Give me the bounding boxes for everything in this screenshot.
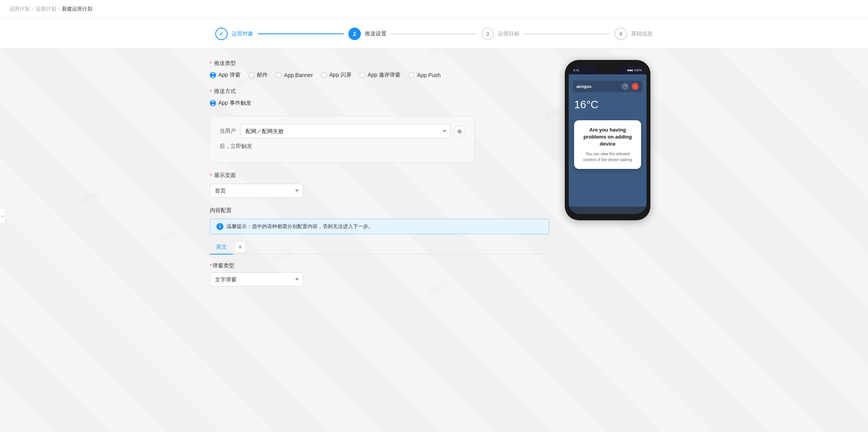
phone-content: aengus 🎤 + bbox=[569, 74, 647, 207]
radio-email[interactable]: 邮件 bbox=[248, 72, 268, 79]
show-page-label: * 展示页面 bbox=[210, 172, 549, 179]
step-item-4[interactable]: 4 基础信息 bbox=[615, 28, 653, 40]
required-star-3: * bbox=[210, 172, 212, 179]
radio-circle-app-review bbox=[359, 72, 365, 78]
trigger-when-user: 当用户 bbox=[220, 128, 236, 135]
breadcrumb-item-2[interactable]: 运营计划 bbox=[36, 5, 56, 12]
radio-label-app-flash: App 闪屏 bbox=[329, 72, 351, 79]
radio-circle-app-push bbox=[408, 72, 415, 78]
plus-symbol: + bbox=[634, 85, 636, 88]
phone-top: 9:41 ■■■ 100% bbox=[569, 66, 647, 74]
check-icon: ✓ bbox=[219, 31, 224, 37]
radio-label-app-push: App Push bbox=[417, 72, 441, 78]
step-label-3: 运营目标 bbox=[498, 30, 520, 37]
step-label-1: 运营对象 bbox=[232, 30, 253, 37]
step-number-2: 2 bbox=[353, 31, 356, 37]
step-label-2: 推送设置 bbox=[365, 30, 387, 37]
trigger-box: 当用户 配网／配网失败 ⊕ 后，立即触发 bbox=[210, 116, 474, 163]
step-circle-3: 3 bbox=[481, 28, 494, 40]
phone-battery: ■■■ 100% bbox=[627, 68, 642, 72]
popup-type-field: * 弹窗类型 文字弹窗 图片弹窗 视频弹窗 bbox=[210, 262, 549, 286]
step-label-4: 基础信息 bbox=[631, 30, 653, 37]
show-page-section: * 展示页面 首页 发现页 我的 bbox=[210, 172, 549, 198]
preview-area: 9:41 ■■■ 100% aengus bbox=[565, 60, 658, 220]
show-page-select[interactable]: 首页 发现页 我的 bbox=[210, 184, 303, 198]
phone-popup: Are you having problems on adding device… bbox=[574, 120, 641, 169]
phone-status-bar: 9:41 ■■■ 100% bbox=[569, 66, 647, 74]
radio-app-flash[interactable]: App 闪屏 bbox=[321, 72, 351, 79]
phone-mockup: 9:41 ■■■ 100% aengus bbox=[565, 60, 650, 220]
sidebar-collapse-handle[interactable]: « bbox=[0, 208, 5, 224]
add-language-button[interactable]: + bbox=[235, 242, 246, 253]
info-icon: i bbox=[216, 223, 223, 230]
trigger-add-button[interactable]: ⊕ bbox=[454, 126, 465, 137]
radio-circle-email bbox=[248, 72, 255, 78]
info-banner: i 温馨提示：选中的语种都需分别配置内容，否则无法进入下一步。 bbox=[210, 219, 549, 234]
tab-english[interactable]: 英文 bbox=[210, 241, 233, 255]
radio-label-app-banner: App Banner bbox=[284, 72, 313, 78]
breadcrumb-sep-2: / bbox=[58, 6, 60, 12]
phone-temperature: 16°C bbox=[573, 98, 643, 111]
step-item-1[interactable]: ✓ 运营对象 bbox=[215, 28, 253, 40]
trigger-select[interactable]: 配网／配网失败 bbox=[241, 124, 451, 138]
radio-app-push[interactable]: App Push bbox=[408, 72, 441, 78]
step-circle-4: 4 bbox=[615, 28, 627, 40]
chevron-left-icon: « bbox=[2, 214, 4, 218]
steps-container: ✓ 运营对象 2 推送设置 3 运营目标 bbox=[200, 28, 668, 40]
step-line-2 bbox=[391, 33, 477, 34]
step-number-3: 3 bbox=[486, 31, 489, 37]
radio-circle-app-popup bbox=[210, 72, 216, 78]
radio-dot-event bbox=[211, 102, 213, 105]
push-type-radio-group: App 弹窗 邮件 App Banner App 闪屏 bbox=[210, 72, 549, 79]
push-method-option-app-event[interactable]: App 事件触发 bbox=[210, 100, 549, 107]
plus-icon-lang: + bbox=[238, 244, 242, 251]
breadcrumb-sep-1: / bbox=[32, 6, 33, 12]
radio-dot bbox=[211, 74, 213, 77]
radio-app-popup[interactable]: App 弹窗 bbox=[210, 72, 241, 79]
push-method-text: 推送方式 bbox=[214, 88, 236, 95]
phone-time: 9:41 bbox=[573, 68, 580, 72]
trigger-after-label: 后，立即触发 bbox=[220, 143, 252, 150]
content-and-preview: * 推送类型 App 弹窗 邮件 bbox=[210, 60, 658, 296]
push-method-label: * 推送方式 bbox=[210, 88, 549, 95]
radio-label-app-popup: App 弹窗 bbox=[218, 72, 241, 79]
step-number-4: 4 bbox=[619, 31, 622, 37]
mic-symbol: 🎤 bbox=[623, 85, 627, 88]
main-content: * 推送类型 App 弹窗 邮件 bbox=[200, 48, 668, 307]
trigger-select-wrap: 配网／配网失败 ⊕ bbox=[241, 124, 465, 138]
phone-icons: 🎤 + bbox=[622, 83, 639, 90]
radio-circle-app-flash bbox=[321, 72, 327, 78]
step-line-3 bbox=[524, 33, 610, 34]
breadcrumb-current: 新建运营计划 bbox=[62, 5, 92, 12]
plus-icon: ⊕ bbox=[457, 128, 462, 135]
breadcrumb-item-1[interactable]: 运营计划 bbox=[9, 5, 30, 12]
phone-popup-text: You can view the relevant content of the… bbox=[580, 151, 635, 163]
popup-type-label: * 弹窗类型 bbox=[210, 262, 549, 269]
step-item-2[interactable]: 2 推送设置 bbox=[348, 28, 387, 40]
phone-notch bbox=[596, 66, 619, 73]
content-config-title: 内容配置 bbox=[210, 207, 549, 214]
push-method-section: * 推送方式 App 事件触发 bbox=[210, 88, 549, 107]
push-type-text: 推送类型 bbox=[214, 60, 236, 67]
radio-app-banner[interactable]: App Banner bbox=[276, 72, 313, 78]
step-circle-2: 2 bbox=[348, 28, 361, 40]
phone-add-icon: + bbox=[632, 83, 639, 90]
step-circle-1: ✓ bbox=[215, 28, 228, 40]
push-type-section: * 推送类型 App 弹窗 邮件 bbox=[210, 60, 549, 79]
step-line-1 bbox=[258, 33, 344, 34]
required-star-2: * bbox=[210, 88, 212, 95]
push-type-label: * 推送类型 bbox=[210, 60, 549, 67]
phone-popup-title: Are you having problems on adding device bbox=[580, 126, 635, 148]
radio-app-review[interactable]: App 邀评弹窗 bbox=[359, 72, 401, 79]
lang-tabs: 英文 + bbox=[210, 241, 549, 255]
radio-circle-app-banner bbox=[276, 72, 282, 78]
phone-app-name: aengus bbox=[576, 84, 592, 89]
radio-label-app-review: App 邀评弹窗 bbox=[368, 72, 401, 79]
trigger-row-when: 当用户 配网／配网失败 ⊕ bbox=[220, 124, 465, 138]
breadcrumb: 运营计划 / 运营计划 / 新建运营计划 bbox=[9, 5, 859, 12]
phone-app-bar: aengus 🎤 + bbox=[573, 81, 643, 92]
step-item-3[interactable]: 3 运营目标 bbox=[481, 28, 520, 40]
popup-type-select[interactable]: 文字弹窗 图片弹窗 视频弹窗 bbox=[210, 272, 303, 286]
required-star-1: * bbox=[210, 60, 212, 67]
show-page-text: 展示页面 bbox=[214, 172, 236, 179]
